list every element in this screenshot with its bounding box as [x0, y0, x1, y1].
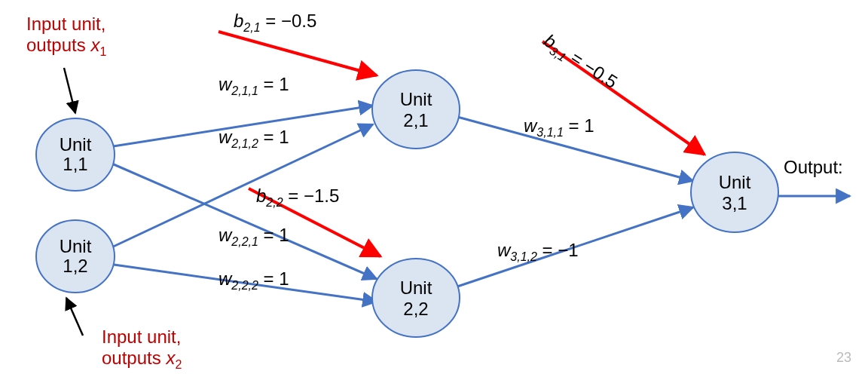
svg-text:1,1: 1,1	[63, 154, 87, 174]
svg-point-12	[691, 152, 778, 232]
svg-text:Unit: Unit	[60, 134, 92, 155]
svg-text:1,2: 1,2	[63, 256, 87, 276]
svg-text:2,2: 2,2	[403, 299, 428, 319]
label-w212: w2,1,2 = 1	[219, 127, 289, 150]
edge-note-in1	[64, 68, 75, 113]
node-u22: Unit 2,2	[372, 259, 460, 337]
node-u11: Unit 1,1	[36, 118, 115, 191]
label-w312: w3,1,2 = −1	[497, 240, 579, 263]
node-u31: Unit 3,1	[691, 152, 778, 232]
note-input2: Input unit, outputs x2	[102, 326, 186, 371]
label-b31: b3,1 = −0.5	[539, 30, 621, 95]
svg-text:Unit: Unit	[719, 172, 751, 192]
neural-net-diagram: Unit 1,1 Unit 1,2 Unit 2,1 Unit 2,2 Unit…	[0, 0, 868, 377]
svg-text:3,1: 3,1	[722, 193, 747, 213]
label-w222: w2,2,2 = 1	[219, 268, 289, 292]
edge-w221	[108, 162, 377, 279]
svg-text:Unit: Unit	[60, 236, 92, 256]
edge-b21	[219, 32, 377, 75]
svg-text:2,1: 2,1	[403, 110, 428, 130]
label-output: Output:	[784, 157, 843, 177]
node-u21: Unit 2,1	[372, 70, 460, 149]
edge-note-in2	[66, 298, 83, 336]
svg-point-6	[372, 70, 460, 149]
page-number: 23	[836, 350, 851, 365]
label-b21: b2,1 = −0.5	[234, 11, 316, 34]
svg-point-9	[372, 259, 460, 337]
label-w221: w2,2,1 = 1	[219, 225, 289, 248]
label-w211: w2,1,1 = 1	[219, 74, 289, 97]
svg-text:Unit: Unit	[400, 277, 432, 298]
node-u12: Unit 1,2	[36, 220, 115, 293]
label-w311: w3,1,1 = 1	[524, 115, 594, 139]
label-b22: b2,2 = −1.5	[256, 185, 339, 209]
note-input1: Input unit, outputs x1	[26, 14, 111, 58]
svg-text:Unit: Unit	[400, 89, 432, 109]
